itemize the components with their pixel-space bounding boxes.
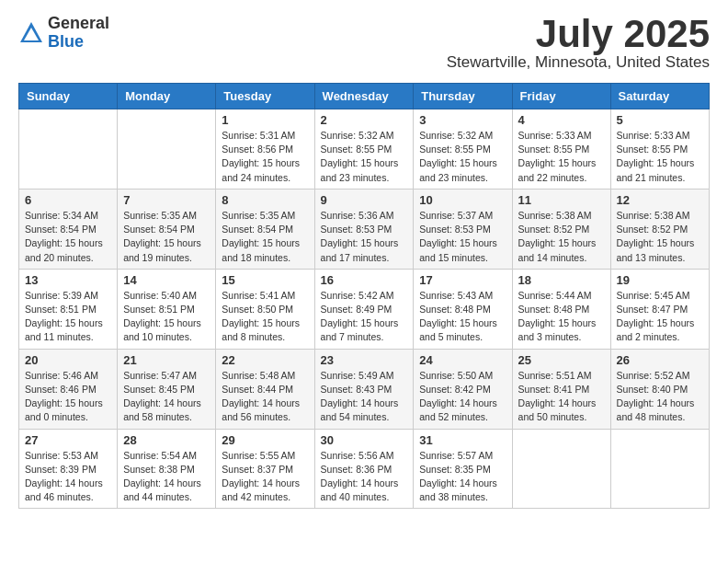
calendar-cell: 15Sunrise: 5:41 AMSunset: 8:50 PMDayligh…: [216, 269, 314, 349]
calendar-week-1: 1Sunrise: 5:31 AMSunset: 8:56 PMDaylight…: [19, 109, 710, 190]
day-detail: Sunrise: 5:57 AMSunset: 8:35 PMDaylight:…: [419, 449, 506, 505]
day-detail: Sunrise: 5:35 AMSunset: 8:54 PMDaylight:…: [222, 209, 308, 265]
calendar-cell: [19, 109, 118, 190]
day-detail: Sunrise: 5:55 AMSunset: 8:37 PMDaylight:…: [222, 449, 308, 505]
page-header: General Blue July 2025 Stewartville, Min…: [18, 15, 710, 72]
day-number: 4: [518, 113, 605, 127]
day-detail: Sunrise: 5:40 AMSunset: 8:51 PMDaylight:…: [123, 289, 210, 345]
day-detail: Sunrise: 5:42 AMSunset: 8:49 PMDaylight:…: [321, 289, 408, 345]
day-number: 26: [617, 353, 703, 367]
day-detail: Sunrise: 5:56 AMSunset: 8:36 PMDaylight:…: [321, 449, 408, 505]
day-detail: Sunrise: 5:46 AMSunset: 8:46 PMDaylight:…: [25, 369, 111, 425]
calendar-cell: 6Sunrise: 5:34 AMSunset: 8:54 PMDaylight…: [19, 189, 118, 269]
day-number: 16: [321, 273, 408, 287]
calendar-cell: [118, 109, 216, 190]
calendar-week-2: 6Sunrise: 5:34 AMSunset: 8:54 PMDaylight…: [19, 189, 710, 269]
day-number: 25: [518, 353, 605, 367]
day-number: 10: [419, 193, 506, 207]
calendar-cell: 18Sunrise: 5:44 AMSunset: 8:48 PMDayligh…: [512, 269, 610, 349]
calendar-cell: 19Sunrise: 5:45 AMSunset: 8:47 PMDayligh…: [610, 269, 709, 349]
day-detail: Sunrise: 5:54 AMSunset: 8:38 PMDaylight:…: [123, 449, 210, 505]
day-number: 3: [419, 113, 506, 127]
calendar-cell: 8Sunrise: 5:35 AMSunset: 8:54 PMDaylight…: [216, 189, 314, 269]
logo: General Blue: [18, 15, 109, 52]
logo-blue-text: Blue: [48, 33, 109, 52]
calendar-cell: 16Sunrise: 5:42 AMSunset: 8:49 PMDayligh…: [314, 269, 414, 349]
calendar-cell: [610, 429, 709, 509]
day-number: 27: [25, 433, 111, 447]
calendar-cell: [512, 429, 610, 509]
day-number: 9: [321, 193, 408, 207]
calendar-cell: 3Sunrise: 5:32 AMSunset: 8:55 PMDaylight…: [414, 109, 512, 190]
location-title: Stewartville, Minnesota, United States: [447, 53, 710, 72]
day-number: 31: [419, 433, 506, 447]
day-detail: Sunrise: 5:33 AMSunset: 8:55 PMDaylight:…: [617, 129, 703, 185]
day-detail: Sunrise: 5:51 AMSunset: 8:41 PMDaylight:…: [518, 369, 605, 425]
weekday-header-friday: Friday: [512, 84, 610, 109]
calendar-week-3: 13Sunrise: 5:39 AMSunset: 8:51 PMDayligh…: [19, 269, 710, 349]
day-detail: Sunrise: 5:48 AMSunset: 8:44 PMDaylight:…: [222, 369, 308, 425]
weekday-header-wednesday: Wednesday: [314, 84, 414, 109]
month-title: July 2025: [447, 15, 710, 53]
calendar-cell: 30Sunrise: 5:56 AMSunset: 8:36 PMDayligh…: [314, 429, 414, 509]
weekday-header-saturday: Saturday: [610, 84, 709, 109]
day-number: 20: [25, 353, 111, 367]
day-detail: Sunrise: 5:44 AMSunset: 8:48 PMDaylight:…: [518, 289, 605, 345]
day-number: 7: [123, 193, 210, 207]
day-number: 5: [617, 113, 703, 127]
title-area: July 2025 Stewartville, Minnesota, Unite…: [447, 15, 710, 72]
day-detail: Sunrise: 5:37 AMSunset: 8:53 PMDaylight:…: [419, 209, 506, 265]
calendar-table: SundayMondayTuesdayWednesdayThursdayFrid…: [18, 83, 710, 509]
calendar-cell: 22Sunrise: 5:48 AMSunset: 8:44 PMDayligh…: [216, 349, 314, 429]
calendar-cell: 9Sunrise: 5:36 AMSunset: 8:53 PMDaylight…: [314, 189, 414, 269]
day-detail: Sunrise: 5:36 AMSunset: 8:53 PMDaylight:…: [321, 209, 408, 265]
day-detail: Sunrise: 5:35 AMSunset: 8:54 PMDaylight:…: [123, 209, 210, 265]
calendar-cell: 24Sunrise: 5:50 AMSunset: 8:42 PMDayligh…: [414, 349, 512, 429]
calendar-week-4: 20Sunrise: 5:46 AMSunset: 8:46 PMDayligh…: [19, 349, 710, 429]
day-number: 23: [321, 353, 408, 367]
day-number: 17: [419, 273, 506, 287]
calendar-cell: 17Sunrise: 5:43 AMSunset: 8:48 PMDayligh…: [414, 269, 512, 349]
day-detail: Sunrise: 5:34 AMSunset: 8:54 PMDaylight:…: [25, 209, 111, 265]
calendar-cell: 28Sunrise: 5:54 AMSunset: 8:38 PMDayligh…: [118, 429, 216, 509]
day-detail: Sunrise: 5:33 AMSunset: 8:55 PMDaylight:…: [518, 129, 605, 185]
day-detail: Sunrise: 5:32 AMSunset: 8:55 PMDaylight:…: [419, 129, 506, 185]
day-number: 18: [518, 273, 605, 287]
day-detail: Sunrise: 5:39 AMSunset: 8:51 PMDaylight:…: [25, 289, 111, 345]
calendar-cell: 26Sunrise: 5:52 AMSunset: 8:40 PMDayligh…: [610, 349, 709, 429]
day-number: 8: [222, 193, 308, 207]
day-number: 29: [222, 433, 308, 447]
weekday-header-row: SundayMondayTuesdayWednesdayThursdayFrid…: [19, 84, 710, 109]
weekday-header-sunday: Sunday: [19, 84, 118, 109]
calendar-cell: 2Sunrise: 5:32 AMSunset: 8:55 PMDaylight…: [314, 109, 414, 190]
day-detail: Sunrise: 5:41 AMSunset: 8:50 PMDaylight:…: [222, 289, 308, 345]
day-detail: Sunrise: 5:52 AMSunset: 8:40 PMDaylight:…: [617, 369, 703, 425]
day-detail: Sunrise: 5:45 AMSunset: 8:47 PMDaylight:…: [617, 289, 703, 345]
weekday-header-thursday: Thursday: [414, 84, 512, 109]
logo-icon: [18, 20, 44, 46]
day-number: 14: [123, 273, 210, 287]
day-number: 12: [617, 193, 703, 207]
calendar-cell: 1Sunrise: 5:31 AMSunset: 8:56 PMDaylight…: [216, 109, 314, 190]
day-detail: Sunrise: 5:47 AMSunset: 8:45 PMDaylight:…: [123, 369, 210, 425]
day-number: 21: [123, 353, 210, 367]
calendar-cell: 29Sunrise: 5:55 AMSunset: 8:37 PMDayligh…: [216, 429, 314, 509]
calendar-cell: 27Sunrise: 5:53 AMSunset: 8:39 PMDayligh…: [19, 429, 118, 509]
weekday-header-monday: Monday: [118, 84, 216, 109]
calendar-cell: 25Sunrise: 5:51 AMSunset: 8:41 PMDayligh…: [512, 349, 610, 429]
day-number: 13: [25, 273, 111, 287]
day-detail: Sunrise: 5:38 AMSunset: 8:52 PMDaylight:…: [617, 209, 703, 265]
logo-general-text: General: [48, 15, 109, 33]
calendar-cell: 21Sunrise: 5:47 AMSunset: 8:45 PMDayligh…: [118, 349, 216, 429]
calendar-cell: 13Sunrise: 5:39 AMSunset: 8:51 PMDayligh…: [19, 269, 118, 349]
calendar-cell: 20Sunrise: 5:46 AMSunset: 8:46 PMDayligh…: [19, 349, 118, 429]
calendar-cell: 23Sunrise: 5:49 AMSunset: 8:43 PMDayligh…: [314, 349, 414, 429]
calendar-cell: 10Sunrise: 5:37 AMSunset: 8:53 PMDayligh…: [414, 189, 512, 269]
day-detail: Sunrise: 5:43 AMSunset: 8:48 PMDaylight:…: [419, 289, 506, 345]
day-number: 11: [518, 193, 605, 207]
day-number: 30: [321, 433, 408, 447]
day-number: 24: [419, 353, 506, 367]
calendar-week-5: 27Sunrise: 5:53 AMSunset: 8:39 PMDayligh…: [19, 429, 710, 509]
day-detail: Sunrise: 5:38 AMSunset: 8:52 PMDaylight:…: [518, 209, 605, 265]
calendar-cell: 11Sunrise: 5:38 AMSunset: 8:52 PMDayligh…: [512, 189, 610, 269]
